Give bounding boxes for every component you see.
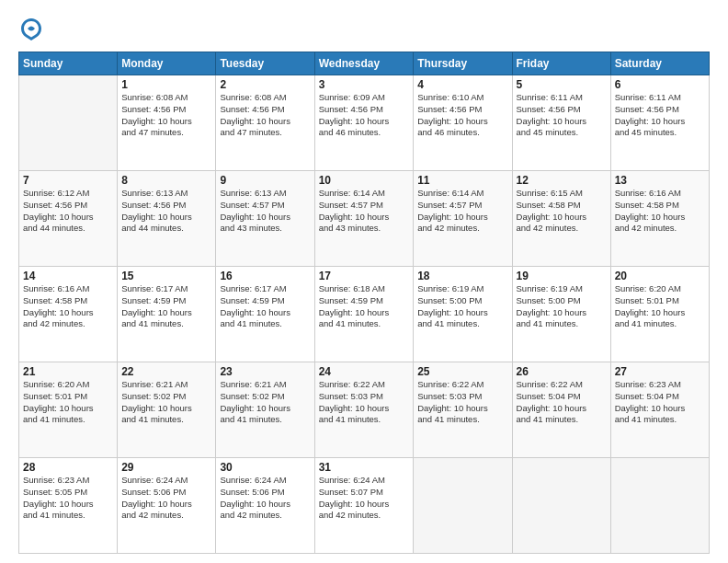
calendar-cell: 23Sunrise: 6:21 AM Sunset: 5:02 PM Dayli… [216,362,314,458]
calendar-week-row: 14Sunrise: 6:16 AM Sunset: 4:58 PM Dayli… [19,267,710,362]
day-number: 14 [23,270,113,282]
day-info: Sunrise: 6:22 AM Sunset: 5:03 PM Dayligh… [319,379,410,426]
day-info: Sunrise: 6:22 AM Sunset: 5:04 PM Dayligh… [517,379,607,426]
calendar-cell: 6Sunrise: 6:11 AM Sunset: 4:56 PM Daylig… [610,75,709,171]
calendar-cell: 3Sunrise: 6:09 AM Sunset: 4:56 PM Daylig… [314,75,414,171]
day-number: 12 [517,174,607,187]
day-info: Sunrise: 6:12 AM Sunset: 4:56 PM Dayligh… [23,188,113,235]
day-number: 30 [220,461,310,474]
calendar-cell: 27Sunrise: 6:23 AM Sunset: 5:04 PM Dayli… [610,362,709,458]
calendar-cell: 29Sunrise: 6:24 AM Sunset: 5:06 PM Dayli… [118,458,216,554]
calendar-cell: 28Sunrise: 6:23 AM Sunset: 5:05 PM Dayli… [19,458,118,554]
day-number: 1 [121,78,211,91]
day-number: 25 [417,365,507,378]
weekday-header-thursday: Thursday [414,52,512,75]
calendar-cell: 13Sunrise: 6:16 AM Sunset: 4:58 PM Dayli… [610,171,709,267]
day-info: Sunrise: 6:08 AM Sunset: 4:56 PM Dayligh… [220,92,310,139]
day-info: Sunrise: 6:24 AM Sunset: 5:06 PM Dayligh… [121,475,211,522]
calendar-week-row: 1Sunrise: 6:08 AM Sunset: 4:56 PM Daylig… [19,75,710,171]
calendar-cell: 5Sunrise: 6:11 AM Sunset: 4:56 PM Daylig… [512,75,610,171]
calendar-cell: 8Sunrise: 6:13 AM Sunset: 4:56 PM Daylig… [118,171,216,267]
header [18,17,710,42]
day-number: 26 [517,365,607,378]
weekday-header-friday: Friday [512,52,610,75]
calendar-cell [512,458,610,554]
calendar-cell: 11Sunrise: 6:14 AM Sunset: 4:57 PM Dayli… [414,171,512,267]
day-info: Sunrise: 6:16 AM Sunset: 4:58 PM Dayligh… [615,188,705,235]
day-number: 16 [220,270,310,282]
day-number: 20 [615,270,705,282]
page: SundayMondayTuesdayWednesdayThursdayFrid… [0,0,728,563]
day-number: 19 [517,270,607,282]
calendar-cell: 21Sunrise: 6:20 AM Sunset: 5:01 PM Dayli… [19,362,118,458]
calendar-cell: 2Sunrise: 6:08 AM Sunset: 4:56 PM Daylig… [216,75,314,171]
day-number: 10 [319,174,410,187]
logo [18,17,48,42]
day-info: Sunrise: 6:15 AM Sunset: 4:58 PM Dayligh… [517,188,607,235]
day-info: Sunrise: 6:22 AM Sunset: 5:03 PM Dayligh… [417,379,507,426]
day-info: Sunrise: 6:23 AM Sunset: 5:05 PM Dayligh… [23,475,113,522]
calendar-cell: 25Sunrise: 6:22 AM Sunset: 5:03 PM Dayli… [414,362,512,458]
day-info: Sunrise: 6:20 AM Sunset: 5:01 PM Dayligh… [23,379,113,426]
day-info: Sunrise: 6:20 AM Sunset: 5:01 PM Dayligh… [615,283,705,330]
day-info: Sunrise: 6:14 AM Sunset: 4:57 PM Dayligh… [417,188,507,235]
calendar-cell: 24Sunrise: 6:22 AM Sunset: 5:03 PM Dayli… [314,362,414,458]
day-number: 24 [319,365,410,378]
day-info: Sunrise: 6:21 AM Sunset: 5:02 PM Dayligh… [220,379,310,426]
weekday-header-wednesday: Wednesday [314,52,414,75]
weekday-header-sunday: Sunday [19,52,118,75]
day-info: Sunrise: 6:10 AM Sunset: 4:56 PM Dayligh… [417,92,507,139]
calendar-cell: 1Sunrise: 6:08 AM Sunset: 4:56 PM Daylig… [118,75,216,171]
calendar-cell: 15Sunrise: 6:17 AM Sunset: 4:59 PM Dayli… [118,267,216,362]
day-number: 11 [417,174,507,187]
day-info: Sunrise: 6:24 AM Sunset: 5:07 PM Dayligh… [319,475,410,522]
day-number: 3 [319,78,410,91]
weekday-header-row: SundayMondayTuesdayWednesdayThursdayFrid… [19,52,710,75]
calendar-cell: 12Sunrise: 6:15 AM Sunset: 4:58 PM Dayli… [512,171,610,267]
day-info: Sunrise: 6:23 AM Sunset: 5:04 PM Dayligh… [615,379,705,426]
day-info: Sunrise: 6:11 AM Sunset: 4:56 PM Dayligh… [517,92,607,139]
day-info: Sunrise: 6:17 AM Sunset: 4:59 PM Dayligh… [220,283,310,330]
day-number: 5 [517,78,607,91]
day-number: 23 [220,365,310,378]
calendar-cell: 19Sunrise: 6:19 AM Sunset: 5:00 PM Dayli… [512,267,610,362]
day-info: Sunrise: 6:19 AM Sunset: 5:00 PM Dayligh… [517,283,607,330]
day-number: 21 [23,365,113,378]
day-number: 13 [615,174,705,187]
day-info: Sunrise: 6:08 AM Sunset: 4:56 PM Dayligh… [121,92,211,139]
calendar-cell: 30Sunrise: 6:24 AM Sunset: 5:06 PM Dayli… [216,458,314,554]
calendar-cell: 26Sunrise: 6:22 AM Sunset: 5:04 PM Dayli… [512,362,610,458]
day-info: Sunrise: 6:19 AM Sunset: 5:00 PM Dayligh… [417,283,507,330]
day-number: 8 [121,174,211,187]
day-number: 15 [121,270,211,282]
day-info: Sunrise: 6:17 AM Sunset: 4:59 PM Dayligh… [121,283,211,330]
day-info: Sunrise: 6:09 AM Sunset: 4:56 PM Dayligh… [319,92,410,139]
calendar-cell [19,75,118,171]
day-info: Sunrise: 6:13 AM Sunset: 4:57 PM Dayligh… [220,188,310,235]
day-number: 6 [615,78,705,91]
calendar-cell: 22Sunrise: 6:21 AM Sunset: 5:02 PM Dayli… [118,362,216,458]
calendar-cell [414,458,512,554]
weekday-header-saturday: Saturday [610,52,709,75]
day-number: 18 [417,270,507,282]
day-info: Sunrise: 6:21 AM Sunset: 5:02 PM Dayligh… [121,379,211,426]
weekday-header-monday: Monday [118,52,216,75]
calendar-cell: 14Sunrise: 6:16 AM Sunset: 4:58 PM Dayli… [19,267,118,362]
calendar-cell [610,458,709,554]
calendar-week-row: 21Sunrise: 6:20 AM Sunset: 5:01 PM Dayli… [19,362,710,458]
calendar-cell: 4Sunrise: 6:10 AM Sunset: 4:56 PM Daylig… [414,75,512,171]
calendar-cell: 31Sunrise: 6:24 AM Sunset: 5:07 PM Dayli… [314,458,414,554]
calendar-cell: 17Sunrise: 6:18 AM Sunset: 4:59 PM Dayli… [314,267,414,362]
calendar-cell: 7Sunrise: 6:12 AM Sunset: 4:56 PM Daylig… [19,171,118,267]
calendar-cell: 16Sunrise: 6:17 AM Sunset: 4:59 PM Dayli… [216,267,314,362]
logo-icon [18,17,44,42]
day-info: Sunrise: 6:11 AM Sunset: 4:56 PM Dayligh… [615,92,705,139]
calendar-week-row: 7Sunrise: 6:12 AM Sunset: 4:56 PM Daylig… [19,171,710,267]
calendar-week-row: 28Sunrise: 6:23 AM Sunset: 5:05 PM Dayli… [19,458,710,554]
day-number: 9 [220,174,310,187]
day-number: 31 [319,461,410,474]
day-info: Sunrise: 6:14 AM Sunset: 4:57 PM Dayligh… [319,188,410,235]
weekday-header-tuesday: Tuesday [216,52,314,75]
day-number: 7 [23,174,113,187]
day-number: 27 [615,365,705,378]
